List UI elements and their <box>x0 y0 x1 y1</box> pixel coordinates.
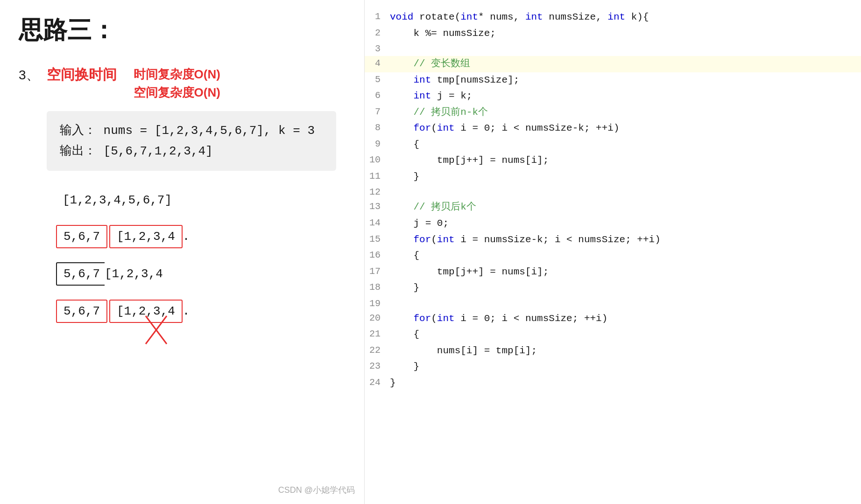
code-line: 9 { <box>365 137 861 153</box>
input-box: 输入： nums = [1,2,3,4,5,6,7], k = 3 输出： [5… <box>47 111 336 171</box>
line-code: } <box>390 169 861 185</box>
code-line: 12 <box>365 185 861 199</box>
line-number: 18 <box>365 280 390 296</box>
array-bracket-close-2: . <box>183 230 190 244</box>
code-line: 1void rotate(int* nums, int numsSize, in… <box>365 9 861 26</box>
line-code: // 拷贝前n-k个 <box>390 105 861 121</box>
code-line: 16 { <box>365 248 861 264</box>
line-number: 12 <box>365 185 390 199</box>
code-table: 1void rotate(int* nums, int numsSize, in… <box>365 9 861 391</box>
line-number: 19 <box>365 296 390 311</box>
line-code: int j = k; <box>390 88 861 105</box>
line-number: 4 <box>365 56 390 72</box>
line-number: 22 <box>365 343 390 359</box>
line-code: // 拷贝后k个 <box>390 199 861 216</box>
line-code: { <box>390 137 861 153</box>
line-number: 24 <box>365 375 390 392</box>
input-line-1: 输入： nums = [1,2,3,4,5,6,7], k = 3 <box>60 120 323 141</box>
code-line: 15 for(int i = numsSize-k; i < numsSize;… <box>365 232 861 248</box>
code-line: 3 <box>365 42 861 56</box>
code-line: 11 } <box>365 169 861 185</box>
line-code: tmp[j++] = nums[i]; <box>390 264 861 280</box>
code-line: 23 } <box>365 359 861 375</box>
line-number: 6 <box>365 88 390 105</box>
page-title: 思路三： <box>19 14 346 47</box>
array-row-3: 5,6,7 [1,2,3,4 <box>56 262 346 286</box>
line-code: tmp[j++] = nums[i]; <box>390 153 861 169</box>
array-segment-left-4: 5,6,7 <box>56 300 107 323</box>
code-line: 2 k %= numsSize; <box>365 26 861 42</box>
line-number: 3 <box>365 42 390 56</box>
watermark: CSDN @小媳学代码 <box>278 484 355 496</box>
line-code: for(int i = numsSize-k; i < numsSize; ++… <box>390 232 861 248</box>
line-number: 1 <box>365 9 390 26</box>
line-number: 14 <box>365 216 390 232</box>
array-plain-1: [1,2,3,4,5,6,7] <box>56 189 178 211</box>
array-segment-left-3: 5,6,7 <box>56 262 105 286</box>
code-line: 6 int j = k; <box>365 88 861 105</box>
code-line: 4 // 变长数组 <box>365 56 861 72</box>
array-segment-right-2: [1,2,3,4 <box>109 225 183 248</box>
line-code: j = 0; <box>390 216 861 232</box>
section-info: 空间换时间 <box>47 65 117 84</box>
array-bracket-4: . <box>183 304 190 318</box>
line-number: 23 <box>365 359 390 375</box>
line-code: int tmp[numsSize]; <box>390 72 861 89</box>
line-code: void rotate(int* nums, int numsSize, int… <box>390 9 861 26</box>
line-code: // 变长数组 <box>390 56 861 72</box>
complexity-space: 空间复杂度O(N) <box>134 84 220 102</box>
line-number: 21 <box>365 327 390 343</box>
line-code: for(int i = 0; i < numsSize-k; ++i) <box>390 120 861 137</box>
code-line: 8 for(int i = 0; i < numsSize-k; ++i) <box>365 120 861 137</box>
line-number: 2 <box>365 26 390 42</box>
line-number: 5 <box>365 72 390 89</box>
array-row-1: [1,2,3,4,5,6,7] <box>56 189 346 211</box>
line-number: 20 <box>365 311 390 327</box>
code-line: 18 } <box>365 280 861 296</box>
code-line: 10 tmp[j++] = nums[i]; <box>365 153 861 169</box>
line-code <box>390 296 861 311</box>
line-code: nums[i] = tmp[i]; <box>390 343 861 359</box>
array-segment-right-3: [1,2,3,4 <box>105 263 163 285</box>
section-number: 3、 <box>19 66 39 84</box>
code-line: 14 j = 0; <box>365 216 861 232</box>
right-panel: 1void rotate(int* nums, int numsSize, in… <box>364 0 861 504</box>
line-code: for(int i = 0; i < numsSize; ++i) <box>390 311 861 327</box>
code-line: 17 tmp[j++] = nums[i]; <box>365 264 861 280</box>
left-panel: 思路三： 3、 空间换时间 时间复杂度O(N) 空间复杂度O(N) 输入： nu… <box>0 0 364 504</box>
line-code: } <box>390 375 861 392</box>
section-title: 空间换时间 <box>47 65 117 84</box>
line-code: k %= numsSize; <box>390 26 861 42</box>
code-line: 24} <box>365 375 861 392</box>
array-segment-left-2: 5,6,7 <box>56 225 107 248</box>
array-row-4: 5,6,7 [1,2,3,4 . <box>56 300 346 323</box>
line-number: 15 <box>365 232 390 248</box>
complexity-block: 时间复杂度O(N) 空间复杂度O(N) <box>134 65 220 102</box>
code-line: 21 { <box>365 327 861 343</box>
line-number: 11 <box>365 169 390 185</box>
line-code: { <box>390 248 861 264</box>
line-number: 17 <box>365 264 390 280</box>
code-line: 7 // 拷贝前n-k个 <box>365 105 861 121</box>
line-number: 13 <box>365 199 390 216</box>
input-line-2: 输出： [5,6,7,1,2,3,4] <box>60 141 323 161</box>
line-code: { <box>390 327 861 343</box>
code-line: 13 // 拷贝后k个 <box>365 199 861 216</box>
line-code <box>390 185 861 199</box>
line-code: } <box>390 280 861 296</box>
code-line: 22 nums[i] = tmp[i]; <box>365 343 861 359</box>
cross-mark-svg <box>141 314 174 351</box>
code-line: 5 int tmp[numsSize]; <box>365 72 861 89</box>
line-number: 8 <box>365 120 390 137</box>
line-number: 9 <box>365 137 390 153</box>
line-number: 7 <box>365 105 390 121</box>
complexity-time: 时间复杂度O(N) <box>134 65 220 84</box>
code-line: 20 for(int i = 0; i < numsSize; ++i) <box>365 311 861 327</box>
line-number: 16 <box>365 248 390 264</box>
array-row-2: 5,6,7 [1,2,3,4 . <box>56 225 346 248</box>
page-container: 思路三： 3、 空间换时间 时间复杂度O(N) 空间复杂度O(N) 输入： nu… <box>0 0 861 504</box>
diagrams-area: [1,2,3,4,5,6,7] 5,6,7 [1,2,3,4 . 5,6,7 [… <box>56 189 346 323</box>
line-code <box>390 42 861 56</box>
line-code: } <box>390 359 861 375</box>
code-line: 19 <box>365 296 861 311</box>
